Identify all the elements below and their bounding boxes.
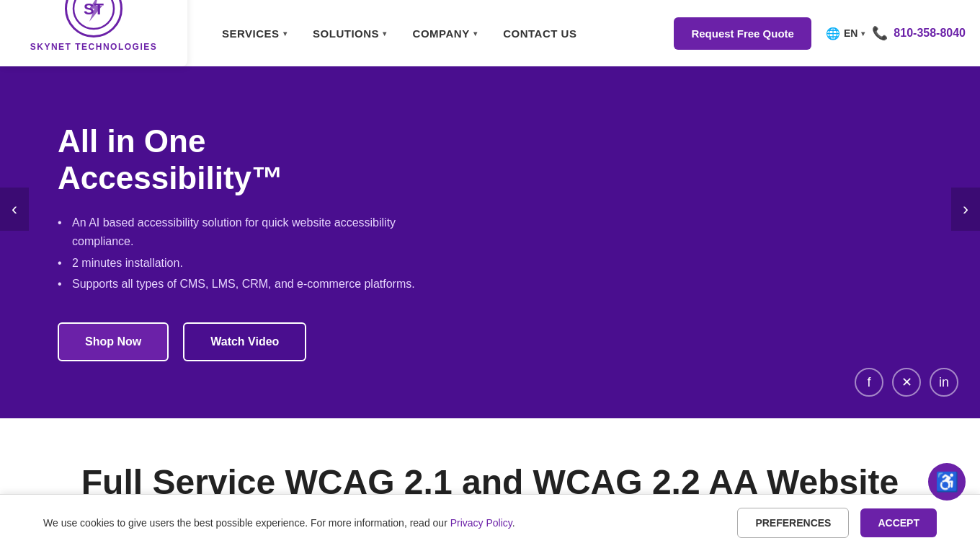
privacy-policy-link[interactable]: Privacy Policy xyxy=(450,517,512,529)
watch-video-button[interactable]: Watch Video xyxy=(183,322,306,361)
accessibility-icon: ♿ xyxy=(935,471,958,493)
cookie-text: We use cookies to give users the best po… xyxy=(43,517,716,529)
phone-number[interactable]: 📞 810-358-8040 xyxy=(872,25,966,41)
cookie-buttons: PREFERENCES ACCEPT xyxy=(737,508,937,538)
hero-bullet-1: An AI based accessibility solution for q… xyxy=(58,213,432,250)
nav-contact[interactable]: CONTACT US xyxy=(490,20,589,47)
services-caret-icon: ▾ xyxy=(283,30,288,38)
shop-now-button[interactable]: Shop Now xyxy=(58,322,169,361)
phone-icon: 📞 xyxy=(872,25,888,41)
twitter-icon[interactable]: ✕ xyxy=(892,368,921,397)
logo-circle: ST xyxy=(65,0,122,38)
accessibility-widget-button[interactable]: ♿ xyxy=(928,463,966,501)
carousel-prev-button[interactable]: ‹ xyxy=(0,188,29,231)
request-quote-button[interactable]: Request Free Quote xyxy=(674,17,811,50)
facebook-icon[interactable]: f xyxy=(855,368,883,397)
hero-bullet-2: 2 minutes installation. xyxy=(58,254,432,273)
social-icons: f ✕ in xyxy=(855,368,958,397)
language-selector[interactable]: 🌐 EN ▾ xyxy=(826,27,865,40)
hero-buttons: Shop Now Watch Video xyxy=(58,322,432,361)
globe-icon: 🌐 xyxy=(826,27,840,40)
nav-services[interactable]: SERVICES ▾ xyxy=(209,20,300,47)
navbar: ST SKYNET TECHNOLOGIES SERVICES ▾ SOLUTI… xyxy=(0,0,980,66)
carousel-next-button[interactable]: › xyxy=(951,188,980,231)
solutions-caret-icon: ▾ xyxy=(383,30,387,38)
hero-content: All in One Accessibility™ An AI based ac… xyxy=(0,80,490,405)
hero-title: All in One Accessibility™ xyxy=(58,123,432,196)
accept-button[interactable]: ACCEPT xyxy=(860,508,937,537)
preferences-button[interactable]: PREFERENCES xyxy=(737,508,849,538)
lang-caret-icon: ▾ xyxy=(861,30,865,38)
logo-area[interactable]: ST SKYNET TECHNOLOGIES xyxy=(0,0,187,66)
nav-links: SERVICES ▾ SOLUTIONS ▾ COMPANY ▾ CONTACT… xyxy=(209,20,674,47)
nav-solutions[interactable]: SOLUTIONS ▾ xyxy=(300,20,400,47)
brand-name: SKYNET TECHNOLOGIES xyxy=(30,42,158,52)
company-caret-icon: ▾ xyxy=(473,30,478,38)
hero-bullet-3: Supports all types of CMS, LMS, CRM, and… xyxy=(58,275,432,294)
hero-bullets: An AI based accessibility solution for q… xyxy=(58,213,432,293)
nav-company[interactable]: COMPANY ▾ xyxy=(400,20,491,47)
linkedin-icon[interactable]: in xyxy=(930,368,958,397)
cookie-bar: We use cookies to give users the best po… xyxy=(0,494,980,551)
